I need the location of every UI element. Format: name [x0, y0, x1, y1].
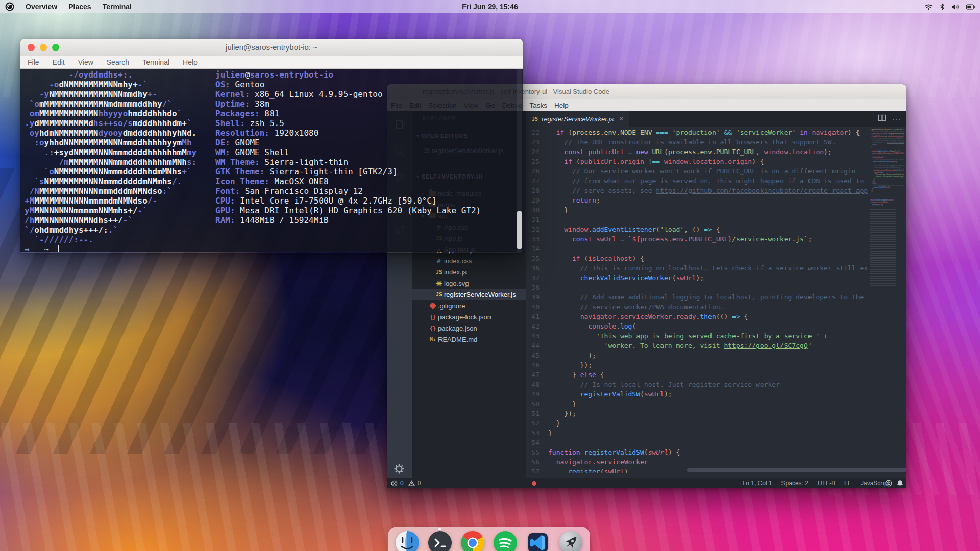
vscode-menu-tasks[interactable]: Tasks	[529, 102, 547, 109]
line-number: 43	[526, 331, 540, 341]
code-line: 26 // Our service worker won't work if P…	[526, 166, 868, 176]
tree-item-logo-svg[interactable]: logo.svg	[412, 278, 526, 289]
ascii-art-line: `-//////:--.	[24, 235, 197, 244]
tree-item-label: package.json	[438, 324, 477, 332]
dock-item-launcher[interactable]	[558, 531, 583, 551]
neofetch-info-row: Kernel: x86_64 Linux 4.9.95-gentoo	[215, 89, 481, 99]
battery-icon[interactable]	[966, 4, 975, 10]
git-file-icon	[428, 303, 438, 308]
gear-icon[interactable]	[394, 463, 405, 477]
statusbar-item[interactable]: UTF-8	[818, 480, 835, 487]
notifications-bell-icon[interactable]	[897, 480, 903, 487]
tree-item-index-js[interactable]: JSindex.js	[412, 266, 526, 278]
dock-item-vscode[interactable]	[526, 531, 550, 551]
neofetch-info-row: Icon Theme: MacOSX_ONE8	[215, 177, 481, 186]
line-number: 34	[526, 244, 540, 254]
terminal-menu-file[interactable]: File	[28, 58, 39, 66]
volume-icon[interactable]	[951, 4, 960, 10]
ascii-art-line: +MMMMMMMNNNNNmmmmdmNMNdso/-	[24, 196, 197, 206]
errors-icon[interactable]	[391, 480, 398, 487]
line-number: 33	[526, 234, 540, 244]
dock-item-spotify[interactable]	[493, 531, 518, 551]
line-number: 47	[526, 370, 540, 380]
close-tab-icon[interactable]: ×	[619, 115, 623, 123]
code-line: 33 const swUrl = `${process.env.PUBLIC_U…	[869, 152, 904, 154]
line-number: 35	[526, 254, 540, 263]
terminal-menu-edit[interactable]: Edit	[53, 58, 65, 66]
tree-item-readme-md[interactable]: M↓README.md	[412, 334, 526, 345]
ascii-art-line: `sNMMMMMMMMNNNmmmdddddmNMmhs/.	[24, 177, 197, 186]
tree-item-label: index.css	[444, 257, 472, 265]
line-number: 46	[526, 360, 540, 370]
statusbar-item[interactable]: LF	[844, 480, 851, 487]
terminal-menu-terminal[interactable]: Terminal	[142, 58, 169, 66]
feedback-smiley-icon[interactable]	[885, 480, 892, 487]
tab-registerserviceworker[interactable]: JS registerServiceWorker.js ×	[526, 111, 629, 127]
running-indicator	[438, 528, 441, 530]
status-notification-dot	[532, 481, 536, 486]
code-line: 22 if (process.env.NODE_ENV === 'product…	[526, 128, 868, 137]
terminal-scrollbar-thumb[interactable]	[517, 211, 522, 249]
dock-item-terminal[interactable]	[428, 531, 452, 551]
statusbar-item[interactable]: Spaces: 2	[781, 480, 808, 487]
vscode-icon	[526, 531, 550, 551]
code-line: 57 .register(swUrl)	[869, 204, 904, 206]
clock[interactable]: Fri Jun 29, 15:46	[0, 3, 980, 11]
more-actions-icon[interactable]: ···	[892, 115, 901, 123]
neofetch-info-row: OS: Gentoo	[215, 80, 481, 89]
md-file-icon: M↓	[428, 337, 438, 342]
horizontal-scrollbar[interactable]	[687, 468, 906, 472]
line-number: 54	[526, 438, 540, 447]
line-number: 27	[526, 176, 540, 186]
dock-item-chrome[interactable]	[460, 531, 485, 551]
vscode-menu-help[interactable]: Help	[554, 102, 569, 109]
line-number: 29	[526, 195, 540, 205]
split-editor-icon[interactable]	[878, 114, 886, 124]
code-line: 33 const swUrl = `${process.env.PUBLIC_U…	[526, 234, 868, 244]
terminal-menu-help[interactable]: Help	[183, 58, 198, 66]
info-label: Packages:	[215, 109, 260, 118]
neofetch-info-row: Font: San Francisco Display 12	[215, 186, 481, 196]
tree-item-index-css[interactable]: #index.css	[412, 255, 526, 266]
terminal-menu-search[interactable]: Search	[107, 58, 129, 66]
neofetch-info-row: Packages: 881	[215, 109, 481, 118]
json-file-icon: {}	[428, 314, 438, 320]
code-editor[interactable]: 22 if (process.env.NODE_ENV === 'product…	[526, 128, 868, 473]
json-file-icon: {}	[428, 325, 438, 331]
tree-item-package-lock-json[interactable]: {}package-lock.json	[412, 311, 526, 322]
minimap[interactable]: 22 if (process.env.NODE_ENV === 'product…	[869, 129, 904, 473]
terminal-titlebar[interactable]: julien@saros-entrybot-io: ~	[20, 39, 523, 56]
ascii-art-line: /NMMMMMMMMNNNNmmmdddmNMNdso:`	[24, 186, 197, 196]
line-number: 26	[526, 166, 540, 176]
terminal-window-title: julien@saros-entrybot-io: ~	[20, 43, 523, 52]
warnings-icon[interactable]	[408, 480, 415, 487]
ascii-art-line: omMMMMMMMMMMMNhhyyyohmdddhhhdo`	[24, 109, 197, 118]
neofetch-ascii-gentoo-logo: -/oyddmdhs+:. -odNMMMMMMMMNNmhy+-` -yNMM…	[24, 70, 197, 244]
dock	[388, 527, 590, 551]
code-line: 49 registerValidSW(swUrl);	[526, 389, 868, 399]
info-label: Shell:	[215, 118, 245, 128]
terminal-scrollbar[interactable]	[517, 69, 522, 252]
launcher-icon	[558, 531, 583, 551]
info-value: Intel Core i7-7500U @ 4x 2.7GHz [59.0°C]	[235, 196, 437, 206]
terminal-menu-view[interactable]: View	[78, 58, 93, 66]
info-label: Resolution:	[215, 128, 270, 138]
tree-item--gitignore[interactable]: .gitignore	[412, 300, 526, 311]
code-line: 34	[526, 244, 868, 254]
dock-item-finder[interactable]	[395, 531, 420, 551]
code-line: 31	[526, 215, 868, 224]
line-number: 24	[526, 147, 540, 157]
wifi-icon[interactable]	[924, 4, 933, 10]
code-line: 52 }	[526, 418, 868, 428]
tree-item-package-json[interactable]: {}package.json	[412, 322, 526, 334]
line-number: 45	[526, 350, 540, 360]
terminal-content[interactable]: -/oyddmdhs+:. -odNMMMMMMMMNNmhy+-` -yNMM…	[20, 69, 523, 252]
close-button[interactable]	[28, 44, 35, 51]
statusbar-item[interactable]: Ln 1, Col 1	[743, 480, 772, 487]
spotify-icon	[493, 531, 518, 551]
code-line: 28 // serve assets; see https://github.c…	[526, 186, 868, 195]
bluetooth-icon[interactable]	[940, 3, 945, 10]
minimize-button[interactable]	[40, 44, 47, 51]
maximize-button[interactable]	[52, 44, 59, 51]
tree-item-registerserviceworker-js[interactable]: JSregisterServiceWorker.js	[412, 289, 526, 300]
